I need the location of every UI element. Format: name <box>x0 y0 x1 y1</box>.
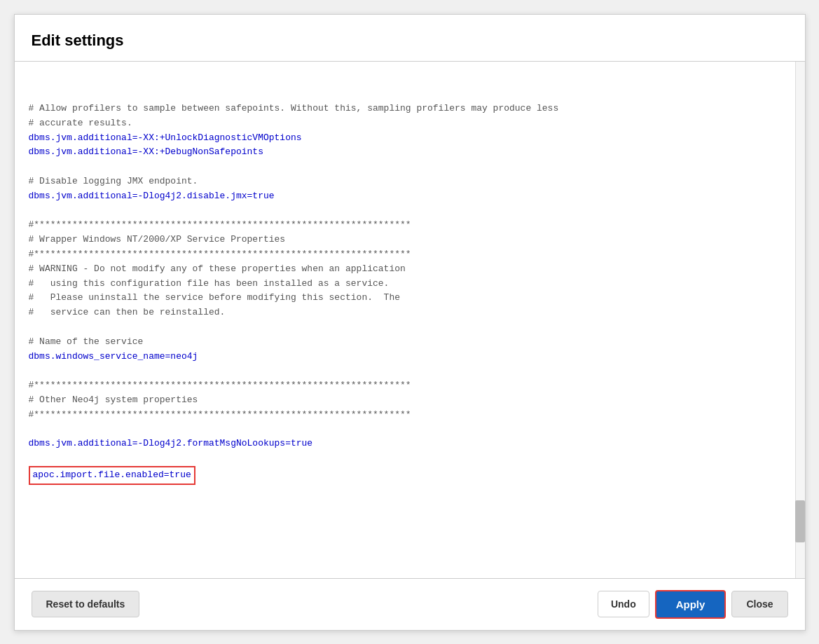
editor-line: # using this configuration file has been… <box>29 277 791 292</box>
editor-line: #***************************************… <box>29 408 791 423</box>
editor-line: dbms.jvm.additional=-XX:+DebugNonSafepoi… <box>29 145 791 160</box>
editor-line: #***************************************… <box>29 378 791 393</box>
footer-right: Undo Apply Close <box>598 590 788 619</box>
editor-content[interactable]: # Allow profilers to sample between safe… <box>15 62 805 496</box>
editor-line <box>29 160 791 174</box>
editor-line: # Disable logging JMX endpoint. <box>29 174 791 189</box>
editor-line: # Please uninstall the service before mo… <box>29 291 791 306</box>
dialog-title: Edit settings <box>15 15 805 61</box>
editor-line: #***************************************… <box>29 218 791 233</box>
editor-line: apoc.import.file.enabled=true <box>29 466 791 485</box>
editor-line: #***************************************… <box>29 247 791 262</box>
close-button[interactable]: Close <box>731 591 787 617</box>
editor-line: # Allow profilers to sample between safe… <box>29 102 791 116</box>
editor-line <box>29 451 791 466</box>
editor-line <box>29 364 791 378</box>
apply-button[interactable]: Apply <box>655 590 727 619</box>
editor-line: dbms.jvm.additional=-Dlog4j2.disable.jmx… <box>29 189 791 204</box>
editor-line: dbms.jvm.additional=-Dlog4j2.formatMsgNo… <box>29 437 791 451</box>
editor-line: # accurate results. <box>29 116 791 131</box>
editor-line <box>29 320 791 335</box>
editor-line: # Other Neo4j system properties <box>29 393 791 408</box>
editor-line: # service can then be reinstalled. <box>29 306 791 320</box>
editor-line <box>29 204 791 219</box>
editor-area[interactable]: # Allow profilers to sample between safe… <box>15 62 805 578</box>
footer-left: Reset to defaults <box>32 591 140 617</box>
edit-settings-dialog: Edit settings # Allow profilers to sampl… <box>14 14 806 631</box>
editor-line: # Wrapper Windows NT/2000/XP Service Pro… <box>29 233 791 247</box>
scrollbar-thumb[interactable] <box>795 500 805 542</box>
editor-line: # WARNING - Do not modify any of these p… <box>29 262 791 277</box>
editor-line: # Name of the service <box>29 335 791 350</box>
editor-line: dbms.jvm.additional=-XX:+UnlockDiagnosti… <box>29 131 791 146</box>
editor-line: dbms.windows_service_name=neo4j <box>29 350 791 364</box>
dialog-footer: Reset to defaults Undo Apply Close <box>15 579 805 630</box>
undo-button[interactable]: Undo <box>598 591 649 617</box>
scrollbar-track[interactable] <box>795 62 805 578</box>
editor-line <box>29 423 791 437</box>
reset-defaults-button[interactable]: Reset to defaults <box>32 591 140 617</box>
